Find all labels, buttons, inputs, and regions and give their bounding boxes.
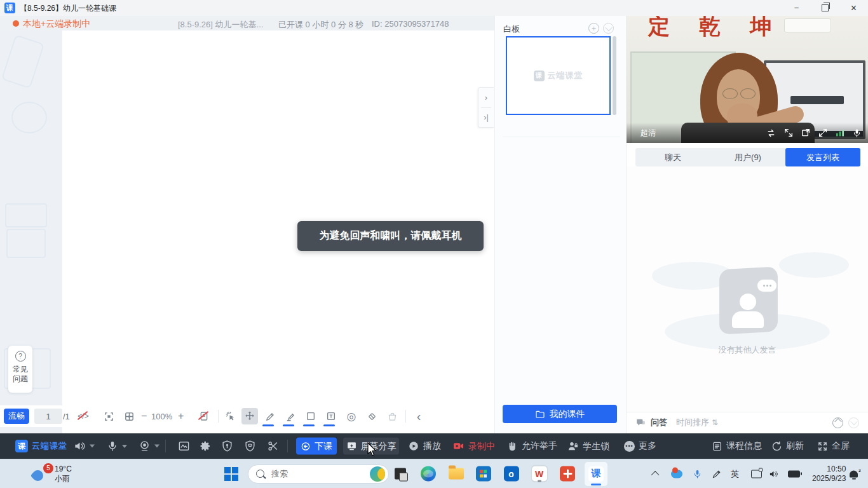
text-tool[interactable] — [323, 408, 339, 424]
tray-expand-button[interactable] — [653, 471, 659, 477]
fullscreen-button[interactable]: 全屏 — [817, 440, 850, 452]
speaker-control[interactable] — [74, 440, 95, 452]
my-courseware-button[interactable]: 我的课件 — [503, 405, 617, 423]
speaker-icon — [74, 440, 86, 452]
collapse-panel-button[interactable]: › — [478, 88, 494, 107]
shape-tool[interactable] — [302, 408, 319, 424]
bell-icon: z — [850, 470, 858, 477]
remote-app-button[interactable] — [559, 465, 576, 482]
tray-pen-button[interactable] — [712, 469, 722, 479]
faq-label-line1: 常见 — [13, 365, 28, 374]
courseware-scrollbar[interactable] — [613, 36, 616, 115]
mic-control[interactable] — [107, 440, 127, 452]
more-label: 更多 — [639, 440, 656, 452]
ime-indicator[interactable]: 英 — [731, 468, 739, 480]
start-button[interactable] — [224, 467, 238, 481]
recording-button[interactable]: 录制中 — [452, 440, 495, 452]
screen-share-button[interactable]: 屏幕分享 — [343, 438, 399, 455]
search-input[interactable] — [270, 468, 349, 479]
divider — [503, 137, 620, 137]
add-courseware-button[interactable]: + — [588, 23, 599, 34]
windows-logo-icon — [224, 467, 238, 481]
screen: 课 【8.5-9.26】幼儿一轮基础课 − × 本地+云端录制中 [8.5-9.… — [0, 0, 868, 488]
tray-battery-button[interactable] — [788, 470, 800, 477]
mic-dropdown-caret[interactable] — [122, 445, 127, 448]
minimize-button[interactable]: − — [782, 0, 811, 16]
faq-button[interactable]: ? 常见 问题 — [8, 346, 32, 393]
tray-cast-button[interactable] — [751, 470, 762, 478]
microsoft-store-button[interactable] — [475, 465, 492, 482]
marker-color-indicator — [283, 424, 294, 426]
tray-mic-button[interactable] — [693, 469, 702, 478]
zoom-level: 100% — [151, 412, 172, 421]
stream-quality-button[interactable]: 流畅 — [4, 409, 29, 424]
ppt-code-disabled-icon[interactable]: </> — [75, 408, 92, 424]
close-button[interactable]: × — [839, 0, 868, 16]
settings-button[interactable] — [200, 440, 212, 452]
shield-eye-button[interactable] — [244, 440, 256, 452]
notification-center-button[interactable]: z — [850, 470, 858, 477]
tray-app-button[interactable] — [671, 470, 682, 478]
tab-chat[interactable]: 聊天 — [635, 148, 710, 166]
classroom-app-button-active[interactable]: 课 — [585, 462, 607, 486]
zoom-in-button[interactable]: + — [178, 410, 184, 422]
hand-icon — [507, 441, 518, 452]
camera-control[interactable] — [139, 440, 159, 452]
screen-share-icon — [346, 441, 357, 452]
eraser-tool[interactable] — [363, 408, 380, 424]
clear-board-tool-disabled[interactable] — [384, 408, 400, 424]
more-button[interactable]: ••• 更多 — [624, 440, 656, 452]
target-tool[interactable]: ◎ — [343, 408, 360, 424]
popout-video-icon[interactable] — [801, 128, 811, 138]
media-button[interactable] — [178, 440, 190, 452]
file-explorer-button[interactable] — [447, 465, 465, 482]
move-tool-selected[interactable] — [241, 408, 258, 424]
taskbar-search[interactable] — [248, 464, 389, 484]
laser-pointer-tool[interactable] — [222, 408, 239, 424]
page-number-input[interactable] — [34, 409, 62, 424]
qa-label[interactable]: 问答 — [651, 417, 667, 428]
collapse-toolbar-button[interactable]: ‹ — [410, 408, 427, 424]
teacher-video-feed[interactable]: 定乾坤 超清 — [627, 16, 868, 143]
scroll-down-circle-button[interactable] — [848, 417, 859, 428]
tab-speaker-list-active[interactable]: 发言列表 — [785, 148, 860, 166]
wps-button[interactable]: W — [531, 465, 548, 482]
edge-browser-button[interactable] — [419, 465, 437, 482]
notes-disabled-icon[interactable] — [196, 408, 212, 424]
scroll-up-circle-button[interactable] — [832, 417, 843, 428]
shield-key-button[interactable] — [221, 440, 233, 452]
speaker-dropdown-caret[interactable] — [90, 445, 95, 448]
raise-hand-button[interactable]: 允许举手 — [507, 440, 557, 452]
marker-tool[interactable] — [282, 408, 299, 424]
tray-volume-button[interactable] — [769, 469, 778, 478]
board-fullscreen-icon[interactable] — [100, 408, 117, 424]
qa-sort-label[interactable]: 时间排序 — [676, 417, 709, 428]
app-logo: 课 云端课堂 — [15, 440, 67, 452]
fullscreen-video-icon[interactable] — [818, 128, 828, 138]
student-lock-button[interactable]: 学生锁 — [567, 440, 609, 452]
maximize-video-icon[interactable] — [783, 128, 794, 138]
zoom-out-button[interactable]: − — [141, 410, 147, 422]
mic-status-icon[interactable] — [852, 128, 862, 138]
outlook-button[interactable]: o — [503, 465, 520, 482]
collapse-courseware-button[interactable] — [603, 23, 614, 34]
taskbar-clock[interactable]: 10:50 2025/9/23 — [812, 464, 846, 484]
whiteboard-thumbnail-selected[interactable]: 课 云端课堂 — [506, 36, 611, 115]
clip-tool-button[interactable] — [267, 440, 279, 452]
pencil-tool[interactable] — [262, 408, 278, 424]
wps-icon: W — [532, 466, 547, 482]
whiteboard-area[interactable]: 为避免回声和啸叫，请佩戴耳机 ? 常见 问题 › ›| 流畅 /1 </> — [0, 30, 494, 433]
video-quality-badge[interactable]: 超清 — [641, 128, 656, 139]
switch-video-icon[interactable] — [766, 128, 776, 139]
collapse-all-button[interactable]: ›| — [478, 108, 494, 128]
course-info-button[interactable]: 课程信息 — [712, 440, 762, 452]
refresh-button[interactable]: 刷新 — [771, 440, 804, 452]
tab-users[interactable]: 用户(9) — [710, 148, 785, 166]
restore-button[interactable] — [811, 0, 839, 16]
camera-dropdown-caret[interactable] — [154, 445, 159, 448]
weather-widget[interactable]: 5 19°C 小雨 — [31, 464, 72, 484]
play-button[interactable]: 播放 — [408, 440, 441, 452]
end-class-button[interactable]: 下课 — [296, 438, 337, 455]
board-thumbnail-grid-icon[interactable] — [121, 408, 137, 424]
task-view-button[interactable] — [391, 465, 409, 482]
